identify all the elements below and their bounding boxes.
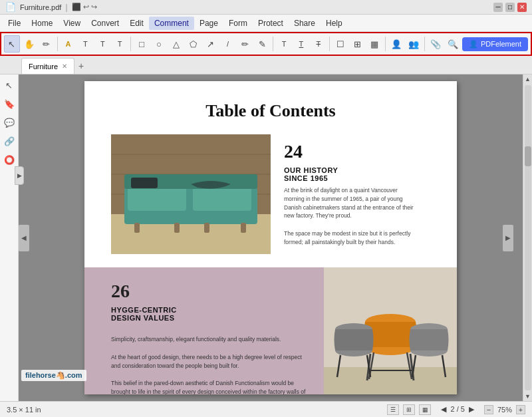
- menu-page[interactable]: Page: [194, 17, 223, 30]
- tool-text-1[interactable]: A: [61, 35, 76, 53]
- scroll-down-arrow[interactable]: ▼: [523, 392, 533, 401]
- tool-eraser[interactable]: ✎: [254, 35, 270, 53]
- view-mode-1[interactable]: ☰: [387, 404, 399, 415]
- title-bar-left: 📄 Furniture.pdf | ⬛ ↩ ↪: [5, 2, 97, 12]
- sidebar-cursor-icon[interactable]: ↖: [3, 78, 16, 92]
- tool-markup-3[interactable]: T: [311, 35, 327, 53]
- tool-line[interactable]: /: [220, 35, 236, 53]
- tool-hand[interactable]: ✋: [21, 35, 37, 53]
- nav-next-button[interactable]: ▶: [503, 225, 513, 251]
- tool-ellipse[interactable]: ○: [151, 35, 167, 53]
- tool-form-2[interactable]: ⊞: [350, 35, 366, 53]
- main-area: ↖ 🔖 💬 🔗 ⭕ ▶ ◀ Table of Contents: [0, 74, 532, 401]
- tool-arrow[interactable]: ↗: [203, 35, 219, 53]
- tab-add-button[interactable]: +: [74, 58, 88, 74]
- svg-rect-13: [204, 223, 209, 233]
- tool-pencil[interactable]: ✏: [237, 35, 253, 53]
- tool-markup-1[interactable]: T: [276, 35, 292, 53]
- window-controls[interactable]: ─ □ ✕: [493, 3, 527, 12]
- tool-rect[interactable]: □: [134, 35, 150, 53]
- tab-furniture[interactable]: Furniture ✕: [21, 58, 74, 74]
- section-1-text: 24 OUR HISTORYSINCE 1965 At the brink of…: [271, 134, 430, 254]
- menu-bar: File Home View Convert Edit Comment Page…: [0, 15, 532, 32]
- section-2-desc2: At the heart of good design, there needs…: [111, 353, 311, 370]
- menu-edit[interactable]: Edit: [124, 17, 149, 30]
- pdf-element-button[interactable]: 👤 PDFelement: [462, 37, 528, 51]
- scroll-thumb[interactable]: [525, 146, 531, 166]
- menu-help[interactable]: Help: [321, 17, 348, 30]
- toolbar-sep-3: [273, 37, 273, 51]
- filehorse-text-2: .com: [65, 371, 82, 379]
- menu-home[interactable]: Home: [26, 17, 58, 30]
- section-2-page-number: 26: [111, 281, 311, 302]
- menu-view[interactable]: View: [58, 17, 86, 30]
- toolbar-sep-1: [57, 37, 58, 51]
- tool-user[interactable]: 👤: [388, 35, 404, 53]
- menu-form[interactable]: Form: [223, 17, 253, 30]
- menu-comment[interactable]: Comment: [149, 17, 194, 30]
- page-indicator: 2 / 5: [451, 405, 465, 413]
- tool-markup-2[interactable]: T: [293, 35, 309, 53]
- tool-text-4[interactable]: T: [112, 35, 128, 53]
- toc-title: Table of Contents: [111, 101, 430, 121]
- sidebar-link-icon[interactable]: 🔗: [3, 134, 16, 148]
- toolbar-sep-6: [424, 37, 425, 51]
- view-mode-3[interactable]: ▦: [419, 404, 431, 415]
- view-mode-2[interactable]: ⊞: [403, 404, 415, 415]
- status-bar: 3.5 × 11 in ☰ ⊞ ▦ ◀ 2 / 5 ▶ − 75% +: [0, 401, 532, 417]
- zoom-control: − 75% +: [484, 405, 525, 414]
- right-scrollbar[interactable]: ▲ ▼: [523, 74, 532, 401]
- tool-attach[interactable]: 📎: [428, 35, 444, 53]
- chair-image: [324, 267, 457, 394]
- maximize-button[interactable]: □: [505, 3, 515, 12]
- menu-share[interactable]: Share: [289, 17, 321, 30]
- section-2: 26 HYGGE-CENTRICDESIGN VALUES Simplicity…: [84, 267, 457, 394]
- tool-text-3[interactable]: T: [94, 35, 110, 53]
- zoom-out-button[interactable]: −: [484, 405, 493, 414]
- filehorse-horse: 🐴: [56, 371, 65, 379]
- tool-text-2[interactable]: T: [78, 35, 94, 53]
- title-bar: 📄 Furniture.pdf | ⬛ ↩ ↪ ─ □ ✕: [0, 0, 532, 15]
- app-icon: 📄: [5, 2, 16, 12]
- title-sep: |: [65, 3, 67, 12]
- scroll-track[interactable]: [525, 85, 531, 390]
- menu-convert[interactable]: Convert: [86, 17, 124, 30]
- prev-page-button[interactable]: ◀: [439, 405, 448, 413]
- tool-stamp[interactable]: 🔍: [445, 35, 461, 53]
- section-1-desc2: The space may be modest in size but it i…: [284, 229, 417, 247]
- status-right: ☰ ⊞ ▦ ◀ 2 / 5 ▶ − 75% +: [387, 404, 525, 415]
- close-button[interactable]: ✕: [517, 3, 527, 12]
- section-2-title: HYGGE-CENTRICDESIGN VALUES: [111, 306, 311, 322]
- zoom-in-button[interactable]: +: [516, 405, 525, 414]
- tool-edit[interactable]: ✏: [39, 35, 55, 53]
- tool-polygon[interactable]: ⬠: [186, 35, 201, 53]
- tool-select[interactable]: ↖: [4, 35, 20, 53]
- minimize-button[interactable]: ─: [493, 3, 503, 12]
- scroll-up-arrow[interactable]: ▲: [523, 74, 533, 84]
- menu-file[interactable]: File: [3, 17, 26, 30]
- nav-prev-button[interactable]: ◀: [19, 225, 29, 251]
- page-dimensions: 3.5 × 11 in: [7, 406, 41, 414]
- tab-bar: Furniture ✕ +: [0, 56, 532, 74]
- zoom-level: 75%: [495, 406, 515, 414]
- tool-form-1[interactable]: ☐: [332, 35, 348, 53]
- svg-rect-12: [174, 223, 180, 233]
- tool-triangle[interactable]: △: [168, 35, 184, 53]
- tab-close[interactable]: ✕: [62, 63, 67, 70]
- sidebar-comment-icon[interactable]: 💬: [3, 116, 16, 129]
- sidebar-circle-icon[interactable]: ⭕: [3, 153, 16, 166]
- menu-protect[interactable]: Protect: [253, 17, 289, 30]
- tool-users[interactable]: 👥: [406, 35, 422, 53]
- tool-form-3[interactable]: ▦: [367, 35, 383, 53]
- svg-rect-15: [324, 367, 457, 394]
- sofa-image: [111, 134, 271, 254]
- sidebar-bookmark-icon[interactable]: 🔖: [3, 97, 16, 110]
- page-top-content: Table of Contents: [84, 81, 457, 267]
- section-1: 24 OUR HISTORYSINCE 1965 At the brink of…: [111, 134, 430, 254]
- section-1-desc1: At the brink of daylight on a quaint Van…: [284, 186, 417, 220]
- expand-sidebar-button[interactable]: ▶: [15, 166, 24, 185]
- section-2-text: 26 HYGGE-CENTRICDESIGN VALUES Simplicity…: [84, 267, 324, 394]
- next-page-button[interactable]: ▶: [467, 405, 476, 413]
- page-nav: ◀ 2 / 5 ▶: [439, 405, 476, 414]
- pdf-page: Table of Contents: [84, 81, 457, 394]
